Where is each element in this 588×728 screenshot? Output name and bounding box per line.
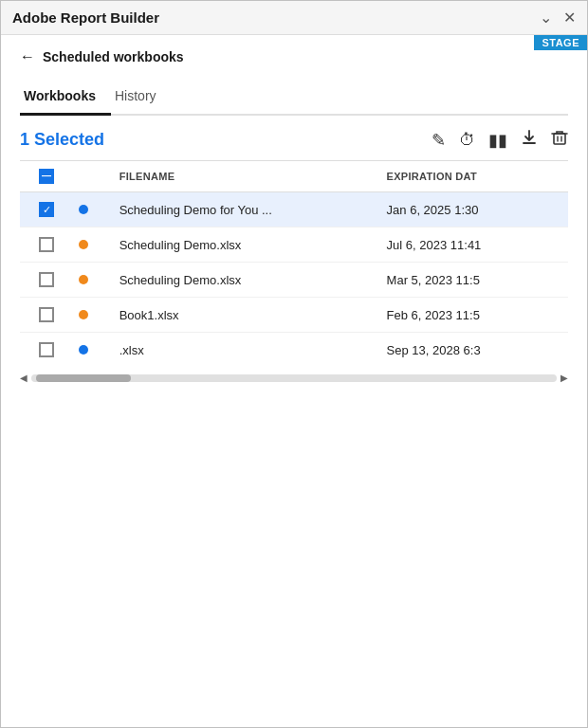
row-expiration: Jul 6, 2023 11:41	[381, 228, 568, 263]
app-title: Adobe Report Builder	[12, 9, 159, 26]
row-checkbox[interactable]	[39, 342, 54, 357]
row-filename: Scheduling Demo.xlsx	[114, 228, 381, 263]
row-checkbox[interactable]	[39, 237, 54, 252]
row-checkbox[interactable]	[39, 307, 54, 322]
minimize-icon[interactable]: ⌄	[540, 9, 552, 27]
table-row: Book1.xlsxFeb 6, 2023 11:5	[20, 298, 568, 333]
row-status-dot-cell	[73, 228, 113, 263]
table-row: Scheduling Demo.xlsxMar 5, 2023 11:5	[20, 263, 568, 298]
status-dot	[79, 275, 88, 284]
table-row: .xlsxSep 13, 2028 6:3	[20, 333, 568, 368]
row-checkbox-cell	[20, 228, 73, 263]
th-filename: FILENAME	[114, 161, 381, 192]
tabs-container: Workbooks History	[20, 81, 568, 116]
th-select	[20, 161, 73, 192]
top-section: ← Scheduled workbooks Workbooks History	[1, 35, 587, 116]
row-checkbox-cell	[20, 298, 73, 333]
title-bar: Adobe Report Builder ⌄ ✕	[1, 1, 587, 35]
status-dot	[79, 240, 88, 249]
selection-bar: 1 Selected ✎ ⏱ ▮▮	[1, 116, 587, 160]
th-expiration: EXPIRATION DAT	[381, 161, 568, 192]
scroll-left-icon[interactable]: ◀	[20, 373, 28, 383]
main-window: Adobe Report Builder ⌄ ✕ STAGE ← Schedul…	[0, 0, 588, 728]
history-icon[interactable]: ⏱	[459, 131, 475, 150]
row-checkbox[interactable]	[39, 272, 54, 287]
close-icon[interactable]: ✕	[563, 9, 576, 27]
scrollbar-thumb[interactable]	[36, 374, 131, 382]
delete-icon[interactable]	[551, 129, 568, 151]
table-container: FILENAME EXPIRATION DAT Scheduling Demo …	[1, 160, 587, 367]
status-dot	[79, 345, 88, 355]
row-expiration: Jan 6, 2025 1:30	[381, 192, 568, 228]
row-status-dot-cell	[73, 333, 113, 368]
workbooks-table: FILENAME EXPIRATION DAT Scheduling Demo …	[20, 160, 568, 367]
th-dot	[73, 161, 113, 192]
status-dot	[79, 205, 88, 214]
status-dot	[79, 310, 88, 319]
row-checkbox-cell	[20, 263, 73, 298]
row-filename: Scheduling Demo.xlsx	[114, 263, 381, 298]
row-expiration: Mar 5, 2023 11:5	[381, 263, 568, 298]
row-checkbox-cell	[20, 333, 73, 368]
row-status-dot-cell	[73, 298, 113, 333]
row-filename: Scheduling Demo for You ...	[114, 192, 381, 228]
edit-icon[interactable]: ✎	[432, 130, 446, 151]
select-all-checkbox[interactable]	[39, 169, 54, 184]
selection-count: 1 Selected	[20, 130, 104, 150]
horizontal-scrollbar: ◀ ▶	[1, 367, 587, 389]
toolbar-icons: ✎ ⏱ ▮▮	[432, 129, 568, 151]
row-filename: .xlsx	[114, 333, 381, 368]
row-expiration: Sep 13, 2028 6:3	[381, 333, 568, 368]
scrollbar-track[interactable]	[31, 374, 557, 382]
row-status-dot-cell	[73, 192, 113, 228]
title-bar-controls: ⌄ ✕	[540, 9, 576, 27]
table-header-row: FILENAME EXPIRATION DAT	[20, 161, 568, 192]
svg-rect-0	[554, 134, 565, 144]
tab-history[interactable]: History	[111, 81, 172, 116]
row-checkbox[interactable]	[39, 202, 54, 217]
row-checkbox-cell	[20, 192, 73, 228]
content-area: STAGE ← Scheduled workbooks Workbooks Hi…	[1, 35, 587, 727]
table-row: Scheduling Demo.xlsxJul 6, 2023 11:41	[20, 228, 568, 263]
pause-icon[interactable]: ▮▮	[488, 130, 507, 151]
back-arrow-icon: ←	[20, 48, 35, 65]
scroll-right-icon[interactable]: ▶	[560, 373, 568, 383]
row-status-dot-cell	[73, 263, 113, 298]
row-expiration: Feb 6, 2023 11:5	[381, 298, 568, 333]
tab-workbooks[interactable]: Workbooks	[20, 81, 111, 116]
download-icon[interactable]	[521, 129, 538, 151]
back-nav[interactable]: ← Scheduled workbooks	[20, 48, 568, 65]
table-row: Scheduling Demo for You ...Jan 6, 2025 1…	[20, 192, 568, 228]
back-nav-label: Scheduled workbooks	[43, 49, 184, 64]
row-filename: Book1.xlsx	[114, 298, 381, 333]
table-body: Scheduling Demo for You ...Jan 6, 2025 1…	[20, 192, 568, 368]
